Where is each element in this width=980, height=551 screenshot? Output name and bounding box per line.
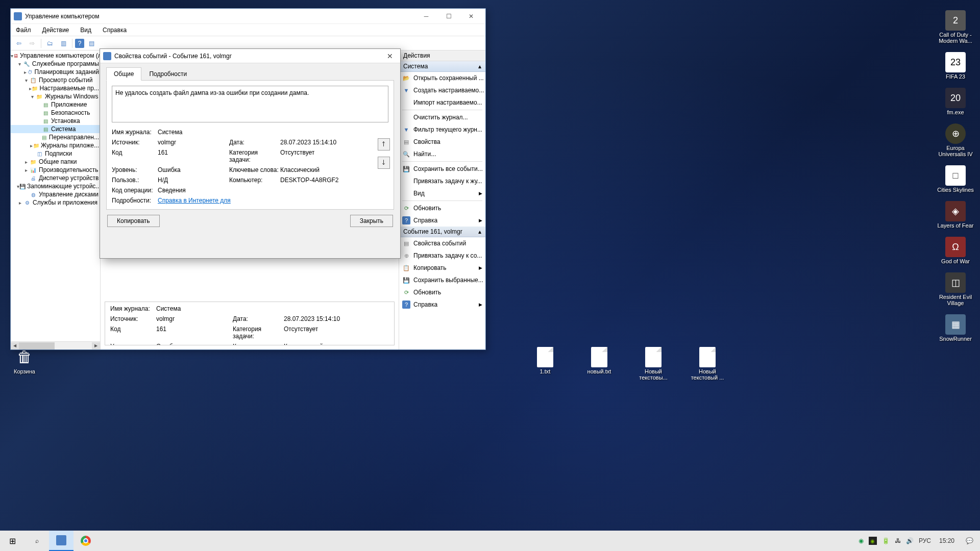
tree-winlogs[interactable]: ▾📁Журналы Windows [11, 92, 100, 101]
tree-application[interactable]: ▤Приложение [11, 101, 100, 109]
tray-battery-icon[interactable]: 🔋 [882, 537, 890, 544]
desktop-icon[interactable]: 2Call of Duty - Modern Wa... [936, 10, 975, 44]
taskbar-app-mmc[interactable] [49, 531, 74, 551]
action-save-selected[interactable]: 💾Сохранить выбранные... [399, 274, 485, 286]
label-date: Дата: [233, 315, 284, 322]
maximize-button[interactable]: ☐ [437, 9, 460, 23]
tree-utilities[interactable]: ▾🔧Служебные программы [11, 60, 100, 68]
help-button[interactable]: ? [75, 39, 84, 48]
action-help2[interactable]: ?Справка▶ [399, 298, 485, 311]
tree-applogs[interactable]: ▸📁Журналы приложе... [11, 141, 100, 149]
tree-forwarded[interactable]: ▤Перенаправлен... [11, 133, 100, 141]
action-event-props[interactable]: ▤Свойства событий [399, 237, 485, 249]
tray-volume-icon[interactable]: 🔊 [906, 537, 914, 544]
desktop-icon[interactable]: ◫Resident Evil Village [936, 272, 975, 306]
desktop-icon[interactable]: 20fm.exe [936, 88, 975, 115]
help-link[interactable]: Справка в Интернете для [158, 197, 367, 204]
action-open-saved[interactable]: 📂Открыть сохраненный ... [399, 72, 485, 84]
tree-devicemgr[interactable]: 🖨Диспетчер устройств [11, 174, 100, 182]
close-button[interactable]: ✕ [460, 9, 482, 23]
action-help[interactable]: ?Справка▶ [399, 214, 485, 227]
tree-security[interactable]: ▤Безопасность [11, 109, 100, 117]
tree-setup[interactable]: ▤Установка [11, 117, 100, 125]
desktop-icon[interactable]: 23FIFA 23 [936, 52, 975, 80]
menu-help[interactable]: Справка [101, 26, 129, 35]
event-description[interactable]: Не удалось создать файл дампа из-за ошиб… [112, 86, 388, 122]
desktop-icon[interactable]: ⊕Europa Universalis IV [936, 123, 975, 157]
action-view[interactable]: Вид▶ [399, 187, 485, 199]
search-button[interactable]: ⌕ [24, 531, 49, 551]
tree-root[interactable]: ▾🖥Управление компьютером (л... [11, 52, 100, 60]
show-hide-button[interactable]: 🗂 [44, 37, 56, 49]
tray-shield-icon[interactable]: ◉ [859, 537, 864, 544]
next-event-button[interactable]: 🡓 [378, 157, 390, 169]
tree-system[interactable]: ▤Система [11, 125, 100, 133]
copy-button[interactable]: Копировать [107, 215, 160, 227]
titlebar[interactable]: Управление компьютером ─ ☐ ✕ [11, 9, 485, 24]
value-opcode: Сведения [158, 187, 229, 194]
action-clear-log[interactable]: Очистить журнал... [399, 111, 485, 123]
forward-button[interactable]: ⇨ [26, 37, 38, 49]
taskbar-app-chrome[interactable] [74, 531, 98, 551]
dialog-titlebar[interactable]: Свойства событий - Событие 161, volmgr ✕ [100, 49, 400, 63]
tree-performance[interactable]: ▸📊Производительность [11, 166, 100, 174]
scroll-thumb[interactable] [19, 342, 55, 349]
find-icon: 🔍 [402, 150, 410, 158]
back-button[interactable]: ⇦ [13, 37, 25, 49]
tree-storage[interactable]: ▾💾Запоминающие устройс... [11, 182, 100, 190]
start-button[interactable]: ⊞ [0, 531, 24, 551]
menu-file[interactable]: Файл [14, 26, 33, 35]
tree-diskmgr[interactable]: ◍Управление дисками [11, 190, 100, 198]
label-user: Пользов.: [112, 177, 158, 184]
tray-network-icon[interactable]: 🖧 [895, 537, 901, 544]
desktop-icon[interactable]: ◈Layers of Fear [936, 201, 975, 229]
actions-section-system[interactable]: Система▴ [399, 61, 485, 72]
scroll-right-icon[interactable]: ▶ [92, 342, 100, 349]
action-properties[interactable]: ▤Свойства [399, 136, 485, 148]
minimize-button[interactable]: ─ [415, 9, 437, 23]
action-save-all[interactable]: 💾Сохранить все событи... [399, 163, 485, 175]
scroll-left-icon[interactable]: ◀ [11, 342, 19, 349]
desktop-icon[interactable]: □Cities Skylines [936, 165, 975, 193]
action-import-custom[interactable]: Импорт настраиваемо... [399, 96, 485, 109]
mmc-icon [56, 535, 66, 545]
recycle-bin[interactable]: 🗑 Корзина [5, 347, 44, 374]
desktop-icon-txt[interactable]: Новый текстовый ... [688, 347, 727, 381]
action-refresh[interactable]: ⟳Обновить [399, 202, 485, 214]
tree-customviews[interactable]: ▸📁Настраиваемые пр... [11, 84, 100, 92]
toolbar-btn[interactable]: ▤ [85, 37, 97, 49]
tray-clock[interactable]: 15:20 [936, 537, 958, 544]
action-filter-log[interactable]: ▼Фильтр текущего журн... [399, 123, 485, 136]
tree-services[interactable]: ▸⚙Службы и приложения [11, 198, 100, 207]
tray-nvidia-icon[interactable]: ◉ [869, 537, 877, 545]
desktop-icon[interactable]: ΩGod of War [936, 237, 975, 264]
desktop-icons-bottom: 1.txt новый.txt Новый текстовы... Новый … [526, 347, 727, 381]
close-button[interactable]: Закрыть [350, 215, 393, 227]
action-attach-task[interactable]: Привязать задачу к жу... [399, 175, 485, 187]
tab-general[interactable]: Общие [106, 67, 141, 81]
tree-sharedfolders[interactable]: ▸📁Общие папки [11, 158, 100, 166]
action-attach-task-event[interactable]: ⊕Привязать задачу к со... [399, 249, 485, 262]
tree-subscriptions[interactable]: ◫Подписки [11, 149, 100, 158]
tree-scheduler[interactable]: ▸⏱Планировщик заданий [11, 68, 100, 76]
desktop-icon-txt[interactable]: новый.txt [580, 347, 619, 381]
tab-details[interactable]: Подробности [141, 67, 194, 81]
action-find[interactable]: 🔍Найти... [399, 148, 485, 160]
menu-view[interactable]: Вид [78, 26, 93, 35]
desktop-icon[interactable]: ▦SnowRunner [936, 314, 975, 342]
action-copy[interactable]: 📋Копировать▶ [399, 262, 485, 274]
menu-action[interactable]: Действие [40, 26, 71, 35]
prev-event-button[interactable]: 🡑 [378, 138, 390, 151]
dialog-close-button[interactable]: ✕ [383, 49, 397, 63]
action-create-custom[interactable]: ▼Создать настраиваемо... [399, 84, 485, 96]
dialog-title: Свойства событий - Событие 161, volmgr [114, 53, 383, 60]
tree-eventviewer[interactable]: ▾📋Просмотр событий [11, 76, 100, 84]
desktop-icon-txt[interactable]: Новый текстовы... [634, 347, 673, 381]
action-refresh2[interactable]: ⟳Обновить [399, 286, 485, 298]
desktop-icon-txt[interactable]: 1.txt [526, 347, 565, 381]
properties-button[interactable]: ▥ [57, 37, 69, 49]
tree-scrollbar[interactable]: ◀ ▶ [11, 341, 100, 349]
notification-center-icon[interactable]: 💬 [963, 534, 976, 547]
actions-section-event[interactable]: Событие 161, volmgr▴ [399, 227, 485, 237]
tray-language[interactable]: РУС [919, 537, 931, 544]
